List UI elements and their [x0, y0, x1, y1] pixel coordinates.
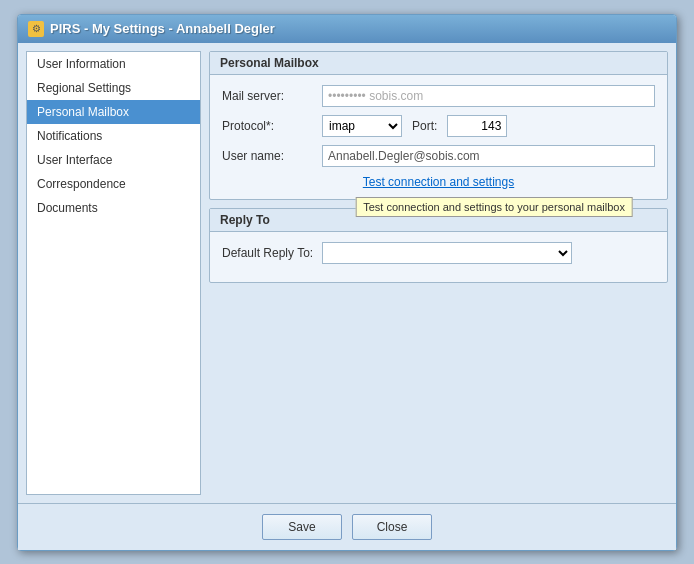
reply-to-content: Default Reply To: — [210, 232, 667, 282]
username-label: User name: — [222, 149, 322, 163]
close-button[interactable]: Close — [352, 514, 432, 540]
sidebar-item-user-interface[interactable]: User Interface — [27, 148, 200, 172]
default-reply-label: Default Reply To: — [222, 246, 322, 260]
sidebar: User Information Regional Settings Perso… — [26, 51, 201, 495]
sidebar-item-correspondence[interactable]: Correspondence — [27, 172, 200, 196]
main-content: Personal Mailbox Mail server: Protocol*:… — [209, 51, 668, 495]
dialog-body: User Information Regional Settings Perso… — [18, 43, 676, 503]
dialog-footer: Save Close — [18, 503, 676, 550]
username-row: User name: — [222, 145, 655, 167]
window-title: PIRS - My Settings - Annabell Degler — [50, 21, 275, 36]
title-icon: ⚙ — [28, 21, 44, 37]
title-bar: ⚙ PIRS - My Settings - Annabell Degler — [18, 15, 676, 43]
save-button[interactable]: Save — [262, 514, 342, 540]
sidebar-item-regional-settings[interactable]: Regional Settings — [27, 76, 200, 100]
default-reply-row: Default Reply To: — [222, 242, 655, 264]
protocol-label: Protocol*: — [222, 119, 322, 133]
sidebar-item-notifications[interactable]: Notifications — [27, 124, 200, 148]
mail-server-input[interactable] — [322, 85, 655, 107]
protocol-port-group: imap pop3 smtp Port: — [322, 115, 655, 137]
port-input[interactable] — [447, 115, 507, 137]
mail-server-row: Mail server: — [222, 85, 655, 107]
mail-server-label: Mail server: — [222, 89, 322, 103]
test-link-row: Test connection and settings Test connec… — [222, 175, 655, 189]
main-dialog: ⚙ PIRS - My Settings - Annabell Degler U… — [17, 14, 677, 551]
port-label: Port: — [412, 119, 437, 133]
personal-mailbox-section: Personal Mailbox Mail server: Protocol*:… — [209, 51, 668, 200]
personal-mailbox-title: Personal Mailbox — [210, 52, 667, 75]
sidebar-item-user-information[interactable]: User Information — [27, 52, 200, 76]
protocol-select[interactable]: imap pop3 smtp — [322, 115, 402, 137]
default-reply-select[interactable] — [322, 242, 572, 264]
username-input[interactable] — [322, 145, 655, 167]
reply-to-section: Reply To Default Reply To: — [209, 208, 668, 283]
reply-to-title: Reply To — [210, 209, 667, 232]
sidebar-item-documents[interactable]: Documents — [27, 196, 200, 220]
protocol-row: Protocol*: imap pop3 smtp Port: — [222, 115, 655, 137]
sidebar-item-personal-mailbox[interactable]: Personal Mailbox — [27, 100, 200, 124]
personal-mailbox-content: Mail server: Protocol*: imap pop3 smtp — [210, 75, 667, 199]
test-connection-link[interactable]: Test connection and settings — [363, 175, 514, 189]
